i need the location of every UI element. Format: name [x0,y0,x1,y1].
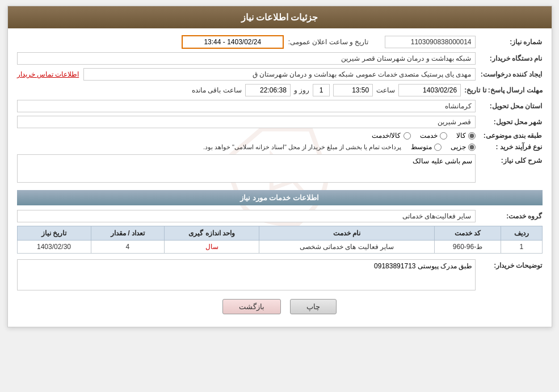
shomare-value: 1103090838000014 [385,36,476,48]
noe-label: نوع فرآیند خرید : [480,143,543,151]
ostan-label: استان محل تحویل: [480,102,543,110]
tabagheh-label: طبقه بندی موضوعی: [480,132,543,140]
noe-row: نوع فرآیند خرید : جزیی متوسط پرداخت تمام… [17,143,543,151]
ijad-row: ایجاد کننده درخواست: مهدی یای پرستیک متص… [17,68,543,81]
saat-label: ساعت [376,86,395,94]
print-button[interactable]: چاپ [290,299,337,314]
goroh-label: گروه خدمت: [480,212,543,220]
services-table: ردیف کد خدمت نام خدمت واحد اندازه گیری ت… [17,226,543,254]
tosihaat-label: توضیحات خریدار: [480,259,543,269]
table-cell: 1403/02/30 [17,241,91,254]
sharh-textarea[interactable] [17,154,476,183]
radio-kala-khedmat[interactable]: کالا/خدمت [372,132,410,140]
baqi-val: 22:06:38 [245,84,291,96]
shahr-label: شهر محل تحویل: [480,118,543,126]
goroh-row: گروه خدمت: سایر فعالیت‌های خدماتی [17,210,543,222]
tarikh-elaan-value: 1403/02/24 - 13:44 [182,35,284,49]
radio-jozi[interactable]: جزیی [451,143,476,151]
goroh-value: سایر فعالیت‌های خدماتی [17,210,476,222]
tosihaat-container [17,259,476,292]
sharh-container [17,154,476,184]
saat-val: 13:50 [333,84,373,96]
col-kod: کد خدمت [434,226,501,241]
col-vahed: واحد اندازه گیری [165,226,259,241]
tamas-link[interactable]: اطلاعات تماس خریدار [17,70,79,78]
mohlat-row: مهلت ارسال پاسخ: تا تاریخ: 1403/02/26 سا… [17,84,543,96]
section2-header: اطلاعات خدمات مورد نیاز [17,190,543,205]
table-cell: سال [165,241,259,254]
ostan-value: کرمانشاه [17,100,476,112]
page-title: جزئیات اطلاعات نیاز [8,6,552,28]
tarikh-elaan-label: تاریخ و ساعت اعلان عمومی: [288,38,369,46]
sharh-label: شرح کلی نیاز: [480,154,543,165]
tosihaat-row: توضیحات خریدار: [17,259,543,292]
col-tarikh: تاریخ نیاز [17,226,91,241]
noe-radios: جزیی متوسط [411,143,476,151]
back-button[interactable]: بازگشت [222,299,281,314]
baqi-label: ساعت باقی مانده [192,86,242,94]
dastgah-row: نام دستگاه خریدار: شبکه بهداشت و درمان ش… [17,52,543,65]
radio-kala[interactable]: کالا [456,132,476,140]
tabagheh-row: طبقه بندی موضوعی: کالا خدمت کالا/خدمت [17,132,543,140]
col-nam: نام خدمت [259,226,434,241]
radio-motovaset[interactable]: متوسط [411,143,442,151]
ijad-value: مهدی یای پرستیک متصدی خدمات عمومی شبکه ب… [83,68,475,81]
col-radif: ردیف [501,226,542,241]
shomare-row: شماره نیاز: 1103090838000014 تاریخ و ساع… [17,35,543,49]
radio-khedmat[interactable]: خدمت [420,132,447,140]
dastgah-label: نام دستگاه خریدار: [480,54,543,62]
shahr-row: شهر محل تحویل: قصر شیرین [17,116,543,128]
roz-label: روز و [294,86,309,94]
mohlat-label: مهلت ارسال پاسخ: تا تاریخ: [464,86,542,94]
noe-desc: پرداخت تمام یا بخشی از مبلغ خریدار از مح… [203,144,402,151]
shahr-value: قصر شیرین [17,116,476,128]
tarikh-val: 1403/02/26 [398,84,461,96]
ostan-row: استان محل تحویل: کرمانشاه [17,100,543,112]
shomare-label: شماره نیاز: [480,38,543,46]
table-cell: 4 [91,241,165,254]
table-row: 1ط-96-960سایر فعالیت های خدماتی شخصیسال4… [17,241,542,254]
table-cell: ط-96-960 [434,241,501,254]
tabagheh-radios: کالا خدمت کالا/خدمت [372,132,475,140]
table-cell: سایر فعالیت های خدماتی شخصی [259,241,434,254]
col-tedad: تعداد / مقدار [91,226,165,241]
tosihaat-textarea[interactable] [17,259,476,290]
dastgah-value: شبکه بهداشت و درمان شهرستان قصر شیرین [17,52,476,65]
table-cell: 1 [501,241,542,254]
sharh-row: شرح کلی نیاز: [17,154,543,184]
ijad-label: ایجاد کننده درخواست: [480,70,543,78]
button-row: چاپ بازگشت [17,299,543,314]
roz-val: 1 [313,84,330,96]
